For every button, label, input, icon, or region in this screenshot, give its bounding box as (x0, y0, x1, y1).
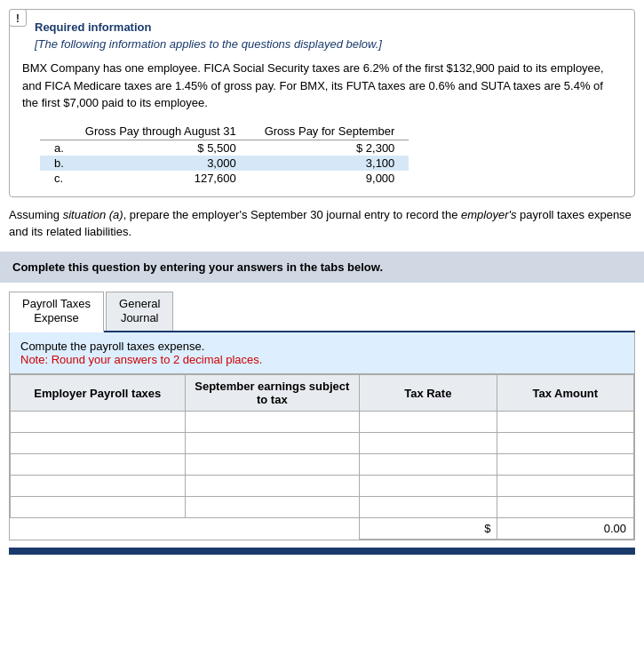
september-input-2[interactable] (186, 433, 360, 453)
employer-input-3[interactable] (11, 454, 185, 475)
bottom-bar (9, 548, 635, 555)
required-title: Required information (35, 20, 622, 34)
col-header-employer: Employer Payroll taxes (11, 375, 186, 412)
taxamount-input-1[interactable] (497, 412, 633, 432)
info-box: ! Required information [The following in… (9, 9, 635, 197)
taxamount-input-4[interactable] (497, 476, 633, 496)
september-input-1[interactable] (186, 412, 360, 432)
data-table: Gross Pay through August 31 Gross Pay fo… (40, 123, 409, 186)
col-header-1: Gross Pay through August 31 (71, 123, 250, 140)
entry-table: Employer Payroll taxes September earning… (10, 374, 634, 540)
compute-bar: Compute the payroll taxes expense. Note:… (10, 332, 634, 374)
question-text: Assuming situation (a), prepare the empl… (9, 206, 635, 241)
september-input-4[interactable] (186, 476, 360, 496)
compute-instruction: Compute the payroll taxes expense. (20, 340, 624, 353)
taxrate-input-5[interactable] (360, 497, 496, 517)
employer-input-4[interactable] (11, 476, 185, 496)
table-row: a. $ 5,500 $ 2,300 (40, 140, 409, 156)
col-header-taxamount: Tax Amount (497, 375, 633, 412)
compute-note: Note: Round your answers to 2 decimal pl… (20, 353, 624, 366)
september-input-5[interactable] (186, 497, 360, 517)
italic-note: [The following information applies to th… (35, 37, 622, 51)
dollar-sign: $ (484, 522, 490, 535)
total-value: 0.00 (604, 522, 626, 535)
table-row (11, 433, 634, 454)
body-text: BMX Company has one employee. FICA Socia… (22, 60, 622, 112)
tabs-container: Payroll Taxes Expense General Journal (9, 292, 635, 333)
taxrate-input-1[interactable] (360, 412, 496, 432)
taxamount-input-3[interactable] (497, 454, 633, 475)
employer-input-1[interactable] (11, 412, 185, 432)
col-header-taxrate: Tax Rate (360, 375, 497, 412)
taxrate-input-2[interactable] (360, 433, 496, 453)
taxamount-input-2[interactable] (497, 433, 633, 453)
col-header-september: September earnings subject to tax (185, 375, 360, 412)
september-input-3[interactable] (186, 454, 360, 475)
exclamation-icon: ! (9, 9, 27, 27)
table-row (11, 412, 634, 433)
col-header-2: Gross Pay for September (250, 123, 409, 140)
table-row: b. 3,000 3,100 (40, 156, 409, 171)
table-row (11, 454, 634, 476)
tab-content: Compute the payroll taxes expense. Note:… (9, 332, 635, 540)
employer-input-5[interactable] (11, 497, 185, 517)
instruction-bar: Complete this question by entering your … (0, 252, 644, 283)
tab-payroll-taxes-expense[interactable]: Payroll Taxes Expense (9, 292, 104, 333)
taxrate-input-3[interactable] (360, 454, 496, 475)
table-row: c. 127,600 9,000 (40, 171, 409, 186)
tab-general-journal[interactable]: General Journal (106, 292, 173, 332)
table-row (11, 476, 634, 497)
table-row (11, 497, 634, 518)
total-row: $ 0.00 (11, 518, 634, 540)
employer-input-2[interactable] (11, 433, 185, 453)
taxamount-input-5[interactable] (497, 497, 633, 517)
taxrate-input-4[interactable] (360, 476, 496, 496)
